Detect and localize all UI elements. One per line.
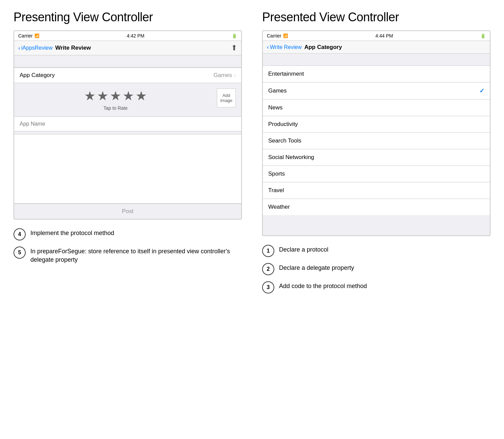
star-4[interactable]: ★ — [123, 88, 134, 103]
right-battery-icon: 🔋 — [480, 33, 486, 38]
top-separator — [14, 55, 241, 68]
annotation-row-3: 3 Add code to the protocol method — [262, 281, 490, 293]
category-travel[interactable]: Travel — [263, 182, 490, 199]
star-3[interactable]: ★ — [110, 88, 121, 103]
left-time: 4:42 PM — [127, 33, 144, 38]
left-carrier: Carrier 📶 — [18, 33, 40, 38]
share-icon[interactable]: ⬆ — [231, 44, 237, 52]
category-games[interactable]: Games ✓ — [263, 82, 490, 100]
presenting-content: App Category Games › ★ ★ ★ — [14, 55, 241, 219]
annotation-text-2: Declare a delegate property — [279, 262, 354, 272]
left-nav-title: Write Review — [55, 45, 228, 51]
rating-section: ★ ★ ★ ★ ★ Tap to Rate AddImage — [14, 83, 241, 116]
right-wifi-icon: 📶 — [283, 33, 288, 38]
tap-to-rate-label: Tap to Rate — [103, 105, 128, 111]
annotation-text-5: In prepareForSegue: store reference to i… — [30, 246, 242, 264]
annotation-row-1: 1 Declare a protocol — [262, 244, 490, 257]
review-textarea[interactable] — [14, 134, 241, 202]
annotation-text-1: Declare a protocol — [279, 244, 328, 254]
left-column: Presenting View Controller Carrier 📶 4:4… — [14, 10, 242, 264]
category-row-value-group: Games › — [213, 72, 236, 79]
star-2[interactable]: ★ — [97, 88, 108, 103]
annotation-row-2: 2 Declare a delegate property — [262, 262, 490, 275]
annotation-number-2: 2 — [262, 263, 274, 275]
category-list-section: App Category Games › — [14, 68, 241, 83]
right-nav-bar: ‹ Write Review App Category — [263, 41, 490, 54]
star-1[interactable]: ★ — [84, 88, 96, 103]
chevron-left-icon: ‹ — [18, 45, 20, 52]
category-search-tools-label: Search Tools — [268, 137, 301, 144]
right-bottom-spacer — [263, 215, 490, 235]
post-label[interactable]: Post — [122, 208, 133, 214]
category-chevron-icon: › — [234, 72, 236, 78]
stars-row[interactable]: ★ ★ ★ ★ ★ — [84, 88, 147, 103]
right-nav-title: App Category — [304, 44, 486, 51]
checkmark-icon: ✓ — [479, 87, 484, 95]
app-name-input[interactable] — [14, 117, 241, 131]
wifi-icon: 📶 — [34, 33, 40, 38]
left-annotations: 4 Implement the protocol method 5 In pre… — [14, 228, 242, 264]
annotation-text-3: Add code to the protocol method — [279, 281, 367, 290]
category-news-label: News — [268, 104, 283, 111]
presenting-phone: Carrier 📶 4:42 PM 🔋 ‹ iAppsReview Write … — [14, 30, 242, 220]
category-search-tools[interactable]: Search Tools — [263, 133, 490, 149]
right-chevron-left-icon: ‹ — [267, 44, 269, 51]
annotation-text-4: Implement the protocol method — [30, 228, 114, 237]
right-time: 4:44 PM — [375, 33, 393, 38]
left-nav-bar: ‹ iAppsReview Write Review ⬆ — [14, 41, 241, 55]
category-travel-label: Travel — [268, 187, 284, 194]
category-list: Entertainment Games ✓ News Productivity … — [263, 66, 490, 215]
category-social-networking[interactable]: Social Networking — [263, 149, 490, 166]
stars-section: ★ ★ ★ ★ ★ Tap to Rate — [20, 88, 211, 111]
right-carrier-text: Carrier — [267, 33, 281, 38]
annotation-number-1: 1 — [262, 245, 274, 257]
right-carrier: Carrier 📶 — [267, 33, 288, 38]
right-column: Presented View Controller Carrier 📶 4:44… — [262, 10, 490, 293]
category-news[interactable]: News — [263, 100, 490, 116]
category-sports[interactable]: Sports — [263, 166, 490, 182]
left-status-bar: Carrier 📶 4:42 PM 🔋 — [14, 31, 241, 41]
category-games-label: Games — [268, 87, 287, 94]
category-row[interactable]: App Category Games › — [14, 68, 241, 83]
presented-phone: Carrier 📶 4:44 PM 🔋 ‹ Write Review App C… — [262, 30, 490, 236]
review-text-section — [14, 134, 241, 204]
left-title: Presenting View Controller — [14, 10, 242, 24]
annotation-number-4: 4 — [14, 228, 26, 240]
category-entertainment[interactable]: Entertainment — [263, 66, 490, 82]
annotation-number-5: 5 — [14, 247, 26, 259]
annotation-number-3: 3 — [262, 281, 274, 293]
category-weather[interactable]: Weather — [263, 199, 490, 215]
post-bar: Post — [14, 204, 241, 219]
category-value-text: Games — [213, 72, 232, 79]
left-back-button[interactable]: ‹ iAppsReview — [18, 45, 52, 52]
category-productivity[interactable]: Productivity — [263, 116, 490, 133]
category-weather-label: Weather — [268, 204, 290, 210]
category-row-label: App Category — [20, 72, 55, 79]
annotation-row-4: 4 Implement the protocol method — [14, 228, 242, 240]
battery-icon: 🔋 — [232, 33, 237, 38]
app-name-section — [14, 117, 241, 131]
annotation-row-5: 5 In prepareForSegue: store reference to… — [14, 246, 242, 264]
left-back-label: iAppsReview — [21, 45, 52, 51]
star-5[interactable]: ★ — [135, 88, 147, 103]
right-top-separator — [263, 54, 490, 66]
category-productivity-label: Productivity — [268, 121, 298, 128]
add-image-button[interactable]: AddImage — [217, 88, 236, 107]
carrier-text: Carrier — [18, 33, 33, 38]
category-social-networking-label: Social Networking — [268, 154, 314, 161]
right-status-bar: Carrier 📶 4:44 PM 🔋 — [263, 31, 490, 41]
right-title: Presented View Controller — [262, 10, 490, 24]
right-back-label: Write Review — [270, 44, 302, 50]
right-annotations: 1 Declare a protocol 2 Declare a delegat… — [262, 244, 490, 293]
category-entertainment-label: Entertainment — [268, 71, 304, 77]
right-back-button[interactable]: ‹ Write Review — [267, 44, 302, 51]
category-sports-label: Sports — [268, 171, 285, 177]
add-image-label: AddImage — [220, 93, 232, 103]
